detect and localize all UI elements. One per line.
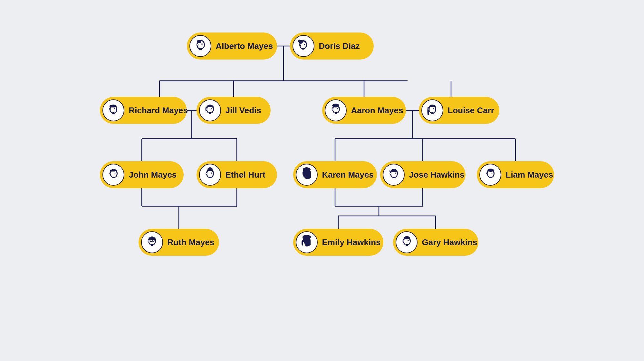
name-richard: Richard Mayes — [129, 106, 188, 116]
svg-point-44 — [300, 44, 301, 45]
family-tree: Alberto Mayes Dori — [97, 23, 548, 338]
svg-point-65 — [337, 108, 338, 109]
svg-rect-75 — [431, 112, 434, 114]
svg-point-113 — [487, 173, 487, 174]
svg-rect-45 — [302, 48, 304, 50]
svg-point-111 — [491, 172, 493, 174]
svg-point-103 — [395, 172, 396, 174]
svg-rect-99 — [305, 177, 308, 179]
svg-rect-79 — [110, 170, 115, 171]
node-gary[interactable]: Gary Hawkins — [393, 229, 478, 256]
node-liam[interactable]: Liam Mayes — [477, 161, 554, 188]
svg-point-74 — [428, 108, 429, 110]
name-ruth: Ruth Mayes — [168, 237, 215, 247]
name-alberto: Alberto Mayes — [216, 41, 273, 51]
svg-point-67 — [332, 108, 333, 110]
svg-point-41 — [298, 40, 301, 42]
svg-point-110 — [487, 169, 494, 172]
name-ethel: Ethel Hurt — [226, 170, 265, 180]
name-john: John Mayes — [129, 170, 177, 180]
node-ethel[interactable]: Ethel Hurt — [197, 161, 277, 188]
svg-rect-106 — [393, 177, 395, 178]
avatar-ethel — [199, 164, 221, 186]
svg-rect-92 — [209, 177, 211, 178]
svg-point-32 — [197, 40, 201, 43]
svg-rect-53 — [112, 112, 115, 114]
svg-point-64 — [332, 104, 339, 107]
avatar-jose — [383, 164, 405, 186]
name-aaron: Aaron Mayes — [351, 106, 403, 116]
avatar-emily — [296, 231, 318, 253]
svg-rect-126 — [305, 245, 308, 246]
svg-rect-123 — [151, 244, 153, 246]
node-jill[interactable]: Jill Vedis — [197, 97, 271, 124]
svg-point-122 — [148, 240, 149, 242]
svg-point-86 — [207, 170, 213, 177]
svg-point-98 — [303, 167, 311, 172]
name-louise: Louise Carr — [448, 106, 495, 116]
node-karen[interactable]: Karen Mayes — [293, 161, 377, 188]
svg-point-87 — [207, 167, 213, 171]
avatar-doris — [293, 35, 314, 57]
name-doris: Doris Diaz — [319, 41, 360, 51]
svg-point-125 — [303, 235, 311, 239]
svg-rect-83 — [112, 177, 115, 178]
svg-point-42 — [304, 44, 305, 45]
name-emily: Emily Hawkins — [322, 237, 381, 247]
svg-point-105 — [390, 173, 391, 174]
node-richard[interactable]: Richard Mayes — [100, 97, 187, 124]
name-liam: Liam Mayes — [506, 170, 553, 180]
svg-point-59 — [206, 108, 207, 110]
avatar-john — [102, 164, 124, 186]
node-alberto[interactable]: Alberto Mayes — [187, 32, 277, 60]
node-aaron[interactable]: Aaron Mayes — [322, 97, 406, 124]
node-louise[interactable]: Louise Carr — [419, 97, 499, 124]
svg-point-133 — [403, 240, 404, 242]
node-john[interactable]: John Mayes — [100, 161, 184, 188]
avatar-gary — [396, 231, 418, 253]
svg-rect-114 — [489, 177, 492, 178]
svg-point-72 — [433, 108, 434, 109]
svg-rect-60 — [209, 112, 211, 114]
svg-point-50 — [114, 108, 115, 109]
avatar-louise — [421, 99, 443, 121]
svg-point-82 — [110, 173, 111, 174]
svg-rect-134 — [406, 244, 408, 246]
svg-point-57 — [211, 108, 212, 109]
node-ruth[interactable]: Ruth Mayes — [139, 229, 219, 256]
svg-point-33 — [201, 43, 203, 45]
avatar-aaron — [325, 99, 347, 121]
svg-point-89 — [211, 172, 212, 174]
svg-rect-68 — [335, 112, 337, 114]
svg-rect-49 — [110, 105, 115, 107]
svg-point-52 — [110, 108, 110, 110]
svg-rect-36 — [199, 48, 202, 50]
avatar-alberto — [189, 35, 211, 57]
avatar-ruth — [141, 231, 163, 253]
svg-point-130 — [404, 236, 410, 239]
svg-point-80 — [114, 172, 116, 174]
svg-point-91 — [206, 173, 207, 174]
name-jose: Jose Hawkins — [409, 170, 465, 180]
name-gary: Gary Hawkins — [422, 237, 477, 247]
node-jose[interactable]: Jose Hawkins — [380, 161, 466, 188]
avatar-jill — [199, 99, 221, 121]
avatar-karen — [296, 164, 318, 186]
name-jill: Jill Vedis — [226, 106, 261, 116]
node-doris[interactable]: Doris Diaz — [290, 32, 374, 60]
avatar-richard — [102, 99, 124, 121]
name-karen: Karen Mayes — [322, 170, 374, 180]
svg-point-131 — [408, 240, 409, 241]
avatar-liam — [479, 164, 501, 186]
svg-point-35 — [197, 44, 198, 46]
node-emily[interactable]: Emily Hawkins — [293, 229, 383, 256]
